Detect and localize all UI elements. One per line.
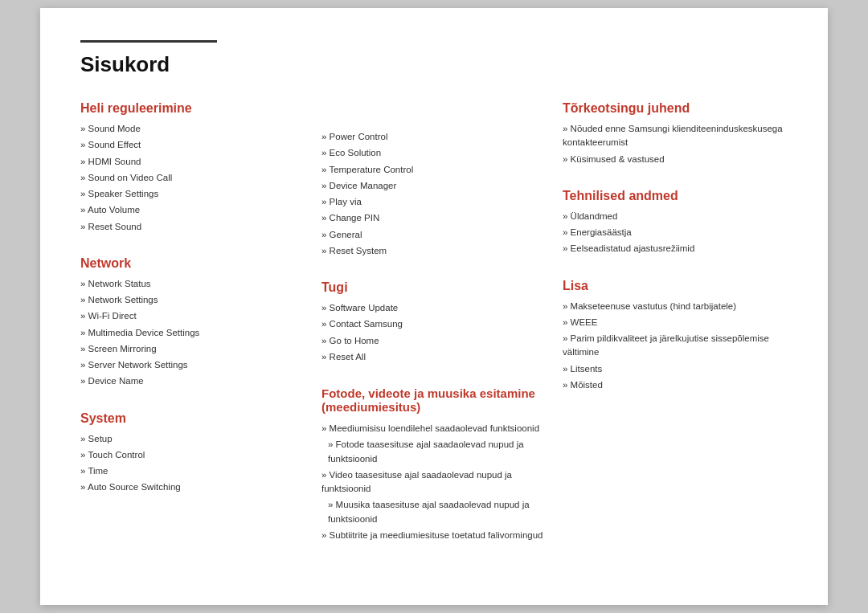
list-item: Reset System (321, 244, 547, 258)
list-item: Time (80, 464, 305, 478)
top-line (80, 40, 217, 43)
section-tehnilised-title: Tehnilised andmed (563, 189, 788, 203)
list-item: WEEE (563, 316, 788, 329)
list-item: Go to Home (321, 334, 547, 348)
list-item: Screen Mirroring (80, 342, 305, 356)
list-item: Wi-Fi Direct (80, 309, 305, 323)
list-item: Speaker Settings (80, 187, 305, 201)
list-item: Litsents (563, 362, 788, 376)
list-item: Change PIN (321, 211, 547, 225)
section-heli-title: Heli reguleerimine (80, 101, 305, 116)
list-item: Fotode taasesituse ajal saadaolevad nupu… (321, 438, 547, 466)
list-item: HDMI Sound (80, 155, 305, 169)
list-item: Subtiitrite ja meediumiesituse toetatud … (321, 529, 547, 542)
page-title: Sisukord (80, 52, 788, 77)
section-system-title: System (80, 411, 305, 426)
list-item: Nõuded enne Samsungi klienditeeninduskes… (563, 122, 788, 150)
section-heli: Heli reguleerimine Sound Mode Sound Effe… (80, 101, 305, 234)
list-item: Sound Effect (80, 138, 305, 152)
section-tehnilised: Tehnilised andmed Üldandmed Energiasääst… (563, 189, 788, 256)
list-item: Network Status (80, 277, 305, 291)
section-tugi: Tugi Software Update Contact Samsung Go … (321, 280, 547, 364)
section-system-extra: Power Control Eco Solution Temperature C… (321, 130, 547, 258)
list-item: Reset All (321, 350, 547, 364)
section-torkeotsingu-title: Tõrkeotsingu juhend (563, 101, 788, 116)
list-item: Auto Source Switching (80, 480, 305, 494)
list-item: Eelseadistatud ajastusrežiimid (563, 242, 788, 255)
section-network-title: Network (80, 256, 305, 271)
column-1: Heli reguleerimine Sound Mode Sound Effe… (80, 101, 305, 565)
list-item: Eco Solution (321, 146, 547, 160)
list-item: Contact Samsung (321, 317, 547, 331)
list-item: Üldandmed (563, 210, 788, 223)
list-item: Mõisted (563, 378, 788, 392)
list-item: Sound Mode (80, 122, 305, 136)
content-grid: Heli reguleerimine Sound Mode Sound Effe… (80, 101, 788, 565)
list-item: General (321, 228, 547, 242)
list-item: Setup (80, 432, 305, 446)
list-item: Küsimused & vastused (563, 153, 788, 166)
column-3: Tõrkeotsingu juhend Nõuded enne Samsungi… (563, 101, 788, 565)
page: Sisukord Heli reguleerimine Sound Mode S… (40, 8, 828, 605)
section-tugi-title: Tugi (321, 280, 547, 295)
list-item: Play via (321, 195, 547, 209)
section-network: Network Network Status Network Settings … (80, 256, 305, 389)
list-item: Network Settings (80, 293, 305, 307)
list-item: Video taasesituse ajal saadaolevad nupud… (321, 468, 547, 497)
list-item: Parim pildikvaliteet ja järelkujutise si… (563, 332, 788, 360)
list-item: Makseteenuse vastutus (hind tarbijatele) (563, 300, 788, 313)
list-item: Power Control (321, 130, 547, 144)
list-item: Device Name (80, 374, 305, 388)
list-item: Energiasäästja (563, 226, 788, 239)
list-item: Muusika taasesituse ajal saadaolevad nup… (321, 498, 547, 526)
list-item: Meediumisisu loendilehel saadaolevad fun… (321, 422, 547, 435)
list-item: Touch Control (80, 448, 305, 462)
section-lisa: Lisa Makseteenuse vastutus (hind tarbija… (563, 279, 788, 393)
list-item: Reset Sound (80, 220, 305, 234)
section-lisa-title: Lisa (563, 279, 788, 293)
section-system: System Setup Touch Control Time Auto Sou… (80, 411, 305, 495)
list-item: Server Network Settings (80, 358, 305, 372)
section-torkeotsingu: Tõrkeotsingu juhend Nõuded enne Samsungi… (563, 101, 788, 166)
list-item: Temperature Control (321, 163, 547, 177)
list-item: Software Update (321, 301, 547, 315)
list-item: Multimedia Device Settings (80, 326, 305, 340)
list-item: Sound on Video Call (80, 171, 305, 185)
list-item: Device Manager (321, 179, 547, 193)
list-item: Auto Volume (80, 203, 305, 217)
section-fotode-title: Fotode, videote ja muusika esitamine (me… (321, 386, 547, 414)
section-fotode: Fotode, videote ja muusika esitamine (me… (321, 386, 547, 542)
column-2: Power Control Eco Solution Temperature C… (321, 101, 547, 565)
